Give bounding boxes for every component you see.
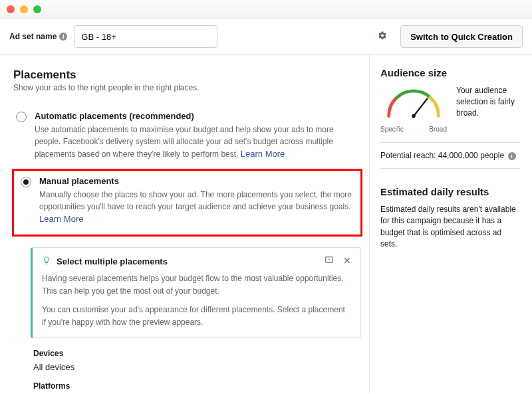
right-column: Audience size Specific Broad Your audien… [370,55,532,393]
devices-label: Devices [33,349,361,358]
manual-highlight-box: Manual placements Manually choose the pl… [12,169,362,237]
info-icon[interactable]: i [508,152,516,160]
learn-more-link[interactable]: Learn More [241,149,285,159]
manual-desc: Manually choose the places to show your … [39,189,354,226]
audience-size-title: Audience size [380,67,520,78]
automatic-title: Automatic placements (recommended) [35,111,358,121]
feedback-icon[interactable] [325,256,334,267]
main-columns: Placements Show your ads to the right pe… [0,55,532,393]
top-bar: Ad set name i Switch to Quick Creation [0,19,532,55]
manual-desc-text: Manually choose the places to show your … [39,190,352,211]
automatic-placements-option[interactable]: Automatic placements (recommended) Use a… [13,106,361,161]
switch-quick-creation-button[interactable]: Switch to Quick Creation [400,25,523,48]
tip-p1: Having several placements helps your bud… [42,272,351,297]
devices-platforms: Devices All devices Platforms ✓ Facebook… [33,349,361,393]
gear-icon[interactable] [375,29,390,45]
automatic-desc-text: Use automatic placements to maximise you… [35,125,334,159]
gauge-icon: Specific Broad [380,85,447,133]
close-icon[interactable] [343,256,351,267]
placements-title: Placements [13,68,361,82]
radio-selected-icon[interactable] [21,177,31,187]
gauge-broad-label: Broad [429,126,447,133]
learn-more-link[interactable]: Learn More [39,214,83,224]
close-window-icon[interactable] [7,5,15,13]
reach-label: Potential reach: [380,151,436,160]
tip-body: Having several placements helps your bud… [42,272,351,328]
tip-title: Select multiple placements [57,256,319,266]
daily-results-block: Estimated daily results Estimated daily … [380,186,520,250]
devices-value[interactable]: All devices [33,362,361,372]
placements-subtitle: Show your ads to the right people in the… [13,83,361,92]
ad-set-name-input[interactable] [74,25,217,48]
potential-reach: Potential reach: 44,000,000 people i [380,151,520,160]
divider [380,168,520,169]
left-column: Placements Show your ads to the right pe… [0,55,370,393]
reach-value: 44,000,000 people [438,151,504,160]
ad-set-name-label: Ad set name i [9,32,67,41]
automatic-desc: Use automatic placements to maximise you… [35,124,358,161]
manual-title: Manual placements [39,176,354,186]
ad-set-name-text: Ad set name [9,32,57,41]
tip-p2: You can customise your ad's appearance f… [42,304,351,328]
ad-set-name-input-wrap [74,25,394,48]
tip-card: Select multiple placements Having severa… [31,247,361,338]
tip-actions [325,256,351,267]
audience-message: Your audience selection is fairly broad. [456,85,520,118]
audience-gauge-row: Specific Broad Your audience selection i… [380,85,520,133]
daily-results-desc: Estimated daily results aren't available… [380,204,520,250]
maximize-window-icon[interactable] [33,5,41,13]
radio-unselected-icon[interactable] [16,112,27,122]
minimize-window-icon[interactable] [20,5,28,13]
window-titlebar [0,0,532,19]
gauge-specific-label: Specific [380,126,404,133]
divider [380,142,520,143]
svg-point-1 [412,114,416,118]
manual-placements-option[interactable]: Manual placements Manually choose the pl… [18,175,356,226]
lightbulb-icon [42,256,51,267]
info-icon[interactable]: i [59,33,67,41]
tip-header: Select multiple placements [42,256,351,267]
platforms-label: Platforms [33,381,361,391]
daily-results-title: Estimated daily results [380,186,520,197]
